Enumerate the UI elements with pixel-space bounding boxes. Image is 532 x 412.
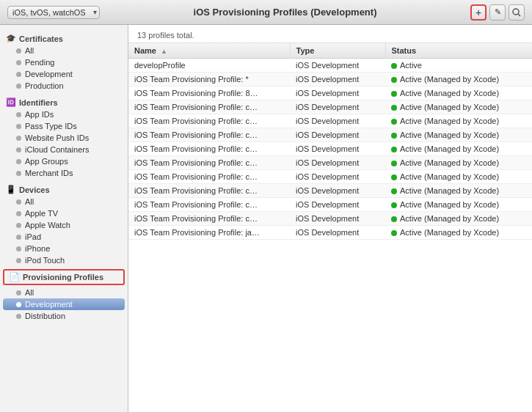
table-row[interactable]: iOS Team Provisioning Profile: c… iOS De… <box>128 170 532 184</box>
dot-icon <box>16 199 21 205</box>
sidebar-section-identifiers[interactable]: 🆔 Identifiers <box>0 95 128 108</box>
title-bar: iOS, tvOS, watchOS macOS iOS Provisionin… <box>0 0 532 25</box>
search-icon <box>512 8 521 17</box>
certs-all-label: All <box>25 46 34 55</box>
col-header-status[interactable]: Status <box>385 43 532 59</box>
add-profile-button[interactable]: + <box>470 4 487 21</box>
certs-pending-label: Pending <box>25 58 54 67</box>
dot-icon <box>16 258 21 263</box>
table-header-row: Name ▲ Type Status <box>128 43 532 59</box>
profile-type: iOS Development <box>290 212 385 226</box>
icloud-containers-label: iCloud Containers <box>25 145 89 154</box>
status-dot-icon <box>391 230 397 236</box>
iphone-label: iPhone <box>25 244 50 253</box>
profiles-list: Name ▲ Type Status developProfile iOS De… <box>128 43 532 240</box>
table-row[interactable]: iOS Team Provisioning Profile: c… iOS De… <box>128 198 532 212</box>
certs-production-label: Production <box>25 81 64 90</box>
status-dot-icon <box>391 174 397 180</box>
table-row[interactable]: iOS Team Provisioning Profile: * iOS Dev… <box>128 73 532 87</box>
edit-profile-button[interactable]: ✎ <box>489 4 506 21</box>
profile-status: Active (Managed by Xcode) <box>385 170 532 184</box>
profile-status: Active (Managed by Xcode) <box>385 87 532 100</box>
dot-icon <box>16 48 21 54</box>
sidebar-item-pass-type-ids[interactable]: Pass Type IDs <box>0 120 128 132</box>
table-row[interactable]: iOS Team Provisioning Profile: c… iOS De… <box>128 156 532 170</box>
table-row[interactable]: developProfile iOS Development Active <box>128 59 532 73</box>
table-row[interactable]: iOS Team Provisioning Profile: c… iOS De… <box>128 184 532 198</box>
content-area: 13 profiles total. Name ▲ Type Status <box>128 25 532 412</box>
table-row[interactable]: iOS Team Provisioning Profile: c… iOS De… <box>128 114 532 128</box>
sidebar-item-certs-all[interactable]: All <box>0 45 128 56</box>
table-row[interactable]: iOS Team Provisioning Profile: c… iOS De… <box>128 100 532 114</box>
sidebar-item-website-push-ids[interactable]: Website Push IDs <box>0 132 128 144</box>
merchant-ids-label: Merchant IDs <box>25 169 73 177</box>
provisioning-icon: 📄 <box>9 272 20 282</box>
window-title: iOS Provisioning Profiles (Development) <box>100 7 470 18</box>
apple-tv-label: Apple TV <box>25 209 58 218</box>
sidebar-section-provisioning[interactable]: 📄 Provisioning Profiles <box>3 269 125 285</box>
svg-line-1 <box>518 14 520 16</box>
dot-icon <box>16 235 21 240</box>
dot-icon <box>16 223 21 228</box>
sidebar-section-certificates[interactable]: 🎓 Certificates <box>0 31 128 45</box>
sidebar-item-devices-all[interactable]: All <box>0 196 128 207</box>
table-row[interactable]: iOS Team Provisioning Profile: c… iOS De… <box>128 128 532 142</box>
profile-status: Active <box>385 59 532 73</box>
sidebar-item-iphone[interactable]: iPhone <box>0 243 128 254</box>
sidebar-item-app-groups[interactable]: App Groups <box>0 155 128 167</box>
profile-name: iOS Team Provisioning Profile: c… <box>128 184 290 198</box>
sidebar-item-apple-watch[interactable]: Apple Watch <box>0 219 128 231</box>
table-row[interactable]: iOS Team Provisioning Profile: c… iOS De… <box>128 142 532 156</box>
status-dot-icon <box>391 202 397 208</box>
status-dot-icon <box>391 77 397 83</box>
sort-arrow-icon: ▲ <box>161 48 167 55</box>
profile-name: iOS Team Provisioning Profile: * <box>128 73 290 87</box>
profile-type: iOS Development <box>290 73 385 87</box>
table-row[interactable]: iOS Team Provisioning Profile: ja… iOS D… <box>128 226 532 240</box>
dot-icon <box>16 72 21 77</box>
sidebar-section-devices[interactable]: 📱 Devices <box>0 182 128 196</box>
profile-name: iOS Team Provisioning Profile: 8… <box>128 87 290 100</box>
table-row[interactable]: iOS Team Provisioning Profile: c… iOS De… <box>128 212 532 226</box>
profile-name: iOS Team Provisioning Profile: c… <box>128 114 290 128</box>
profile-status: Active (Managed by Xcode) <box>385 184 532 198</box>
profile-status: Active (Managed by Xcode) <box>385 156 532 170</box>
dot-icon <box>16 159 21 164</box>
profile-type: iOS Development <box>290 156 385 170</box>
sidebar-item-prov-all[interactable]: All <box>0 287 128 298</box>
sidebar-item-merchant-ids[interactable]: Merchant IDs <box>0 167 128 179</box>
sidebar-item-certs-production[interactable]: Production <box>0 80 128 92</box>
sidebar-item-apple-tv[interactable]: Apple TV <box>0 207 128 219</box>
dot-icon <box>16 302 21 307</box>
website-push-ids-label: Website Push IDs <box>25 133 89 142</box>
devices-all-label: All <box>25 197 34 206</box>
search-button[interactable] <box>509 4 525 21</box>
dot-icon <box>16 60 21 65</box>
sidebar-item-prov-development[interactable]: Development <box>3 298 125 310</box>
table-row[interactable]: iOS Team Provisioning Profile: 8… iOS De… <box>128 87 532 100</box>
sidebar-item-ipad[interactable]: iPad <box>0 231 128 243</box>
pass-type-ids-label: Pass Type IDs <box>25 122 77 130</box>
sidebar-item-prov-distribution[interactable]: Distribution <box>0 310 128 322</box>
title-bar-left: iOS, tvOS, watchOS macOS <box>7 6 100 19</box>
platform-select[interactable]: iOS, tvOS, watchOS macOS <box>7 6 100 19</box>
profile-type: iOS Development <box>290 100 385 114</box>
profile-type: iOS Development <box>290 87 385 100</box>
profile-status: Active (Managed by Xcode) <box>385 73 532 87</box>
sidebar-item-certs-development[interactable]: Development <box>0 68 128 80</box>
col-header-name[interactable]: Name ▲ <box>128 43 290 59</box>
col-header-type[interactable]: Type <box>290 43 385 59</box>
app-ids-label: App IDs <box>25 110 54 119</box>
profile-name: iOS Team Provisioning Profile: c… <box>128 100 290 114</box>
dot-icon <box>16 246 21 251</box>
platform-select-wrapper[interactable]: iOS, tvOS, watchOS macOS <box>7 6 100 19</box>
sidebar-item-app-ids[interactable]: App IDs <box>0 108 128 120</box>
profile-type: iOS Development <box>290 170 385 184</box>
profiles-table: Name ▲ Type Status developProfile iOS De… <box>128 43 532 412</box>
identifiers-icon: 🆔 <box>6 98 16 107</box>
sidebar-item-certs-pending[interactable]: Pending <box>0 56 128 68</box>
prov-development-label: Development <box>25 300 73 309</box>
devices-icon: 📱 <box>6 185 16 194</box>
sidebar-item-icloud-containers[interactable]: iCloud Containers <box>0 144 128 155</box>
sidebar-item-ipod-touch[interactable]: iPod Touch <box>0 254 128 266</box>
